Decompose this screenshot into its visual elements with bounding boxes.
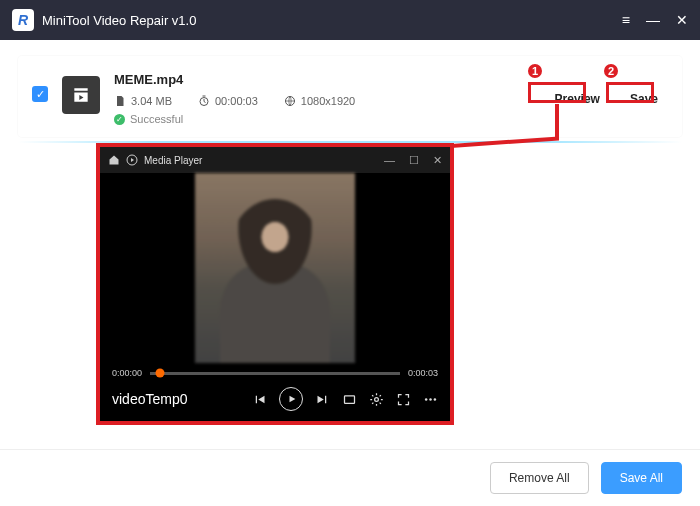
annotation-marker-2: 2 (602, 62, 620, 80)
file-status: ✓ Successful (114, 113, 535, 125)
file-size-icon (114, 95, 126, 107)
app-window: R MiniTool Video Repair v1.0 ≡ — ✕ ✓ MEM… (0, 0, 700, 506)
file-resolution: 1080x1920 (284, 95, 355, 107)
progress-handle[interactable] (156, 369, 165, 378)
player-close-icon[interactable]: ✕ (433, 154, 442, 167)
clock-icon (198, 95, 210, 107)
file-thumbnail (62, 76, 100, 114)
file-duration: 00:00:03 (198, 95, 258, 107)
annotation-box-save (606, 82, 654, 103)
more-icon[interactable] (423, 392, 438, 407)
file-checkbox[interactable]: ✓ (32, 86, 48, 102)
player-app-icon (126, 154, 138, 166)
annotation-marker-1: 1 (526, 62, 544, 80)
player-title-text: Media Player (144, 155, 202, 166)
remove-all-button[interactable]: Remove All (490, 462, 589, 494)
video-frame (195, 173, 355, 363)
footer-bar: Remove All Save All (0, 449, 700, 506)
close-icon[interactable]: ✕ (676, 13, 688, 27)
menu-icon[interactable]: ≡ (622, 13, 630, 27)
success-icon: ✓ (114, 114, 125, 125)
svg-rect-3 (345, 395, 355, 403)
app-logo: R (12, 9, 34, 31)
svg-point-5 (425, 398, 428, 401)
home-icon[interactable] (108, 154, 120, 166)
file-resolution-label: 1080x1920 (301, 95, 355, 107)
mini-view-icon[interactable] (342, 392, 357, 407)
progress-bar[interactable] (150, 372, 400, 375)
media-player-window: Media Player — ☐ ✕ 0:00:00 0:00:03 video… (96, 143, 454, 425)
prev-track-icon[interactable] (252, 392, 267, 407)
play-file-icon (71, 85, 91, 105)
file-name: MEME.mp4 (114, 72, 535, 87)
file-size-label: 3.04 MB (131, 95, 172, 107)
player-minimize-icon[interactable]: — (384, 154, 395, 167)
svg-point-4 (375, 397, 379, 401)
file-duration-label: 00:00:03 (215, 95, 258, 107)
annotation-connector (555, 104, 559, 140)
file-size: 3.04 MB (114, 95, 172, 107)
fullscreen-icon[interactable] (396, 392, 411, 407)
minimize-icon[interactable]: — (646, 13, 660, 27)
time-total: 0:00:03 (408, 368, 438, 378)
play-icon (287, 394, 297, 404)
resolution-icon (284, 95, 296, 107)
next-track-icon[interactable] (315, 392, 330, 407)
video-area[interactable] (100, 173, 450, 363)
settings-icon[interactable] (369, 392, 384, 407)
save-all-button[interactable]: Save All (601, 462, 682, 494)
play-button[interactable] (279, 387, 303, 411)
titlebar: R MiniTool Video Repair v1.0 ≡ — ✕ (0, 0, 700, 40)
time-current: 0:00:00 (112, 368, 142, 378)
status-label: Successful (130, 113, 183, 125)
progress-bar-row: 0:00:00 0:00:03 (100, 363, 450, 383)
player-maximize-icon[interactable]: ☐ (409, 154, 419, 167)
player-file-label: videoTemp0 (112, 391, 240, 407)
window-title: MiniTool Video Repair v1.0 (42, 13, 622, 28)
svg-point-6 (429, 398, 432, 401)
svg-point-7 (434, 398, 437, 401)
annotation-box-preview (528, 82, 586, 103)
player-titlebar: Media Player — ☐ ✕ (100, 147, 450, 173)
player-controls: videoTemp0 (100, 383, 450, 419)
